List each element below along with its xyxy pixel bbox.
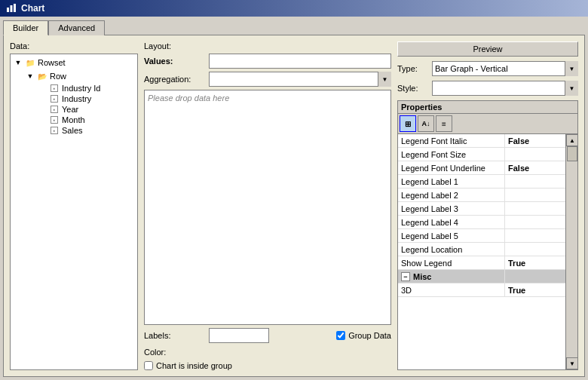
prop-tool-grid[interactable]: ⊞ — [400, 115, 416, 132]
prop-value-show-legend: True — [505, 256, 565, 269]
prop-row-3d: 3D True — [398, 283, 565, 297]
properties-title: Properties — [398, 101, 577, 114]
prop-row-legend-font-size: Legend Font Size — [398, 148, 565, 161]
type-select-wrapper: Bar Graph - Vertical Bar Graph - Horizon… — [432, 61, 578, 76]
prop-value-legend-label-1 — [505, 175, 565, 188]
tab-advanced[interactable]: Advanced — [48, 20, 105, 35]
tree-label-sales: Sales — [60, 126, 83, 135]
properties-scrollbar[interactable]: ▲ ▼ — [565, 134, 577, 369]
prop-name-legend-font-underline: Legend Font Underline — [398, 161, 505, 174]
prop-name-show-legend: Show Legend — [398, 256, 505, 269]
prop-name-legend-label-5: Legend Label 5 — [398, 229, 505, 242]
aggregation-row: Aggregation: Sum Count Average Min Max ▼ — [144, 72, 391, 87]
tree-item-industry[interactable]: ▪ Industry — [12, 93, 136, 104]
folder-icon: 📁 — [24, 57, 36, 69]
prop-value-legend-font-underline: False — [505, 161, 565, 174]
group-data-checkbox[interactable] — [336, 331, 345, 340]
drop-area[interactable]: Please drop data here — [144, 90, 391, 325]
prop-row-legend-label-3: Legend Label 3 — [398, 202, 565, 216]
tree-expander-rowset[interactable]: ▼ — [12, 57, 24, 69]
properties-group: Properties ⊞ A↓ ≡ Legend Font Italic — [397, 100, 578, 370]
scroll-down-button[interactable]: ▼ — [566, 357, 577, 369]
field-icon-year: ▪ — [51, 106, 58, 113]
style-select-wrapper: ▼ — [432, 81, 578, 96]
prop-tool-list[interactable]: ≡ — [436, 115, 452, 132]
tree-item-month[interactable]: ▪ Month — [12, 115, 136, 125]
tree-item-industryid[interactable]: ▪ Industry Id — [12, 83, 136, 93]
section-expand-misc[interactable]: − — [401, 272, 410, 281]
data-tree[interactable]: ▼ 📁 Rowset ▼ 📂 Row ▪ Industry Id — [10, 54, 138, 370]
prop-value-legend-label-5 — [505, 229, 565, 242]
tab-bar: Builder Advanced — [3, 20, 585, 35]
type-select[interactable]: Bar Graph - Vertical Bar Graph - Horizon… — [432, 61, 578, 76]
style-row: Style: ▼ — [397, 81, 578, 96]
prop-name-legend-location: Legend Location — [398, 243, 505, 256]
scroll-track — [566, 146, 577, 357]
prop-name-3d: 3D — [398, 283, 505, 296]
tree-item-sales[interactable]: ▪ Sales — [12, 125, 136, 136]
prop-name-legend-font-italic: Legend Font Italic — [398, 134, 505, 147]
prop-value-legend-font-italic: False — [505, 134, 565, 147]
prop-value-legend-location — [505, 243, 565, 256]
prop-row-show-legend: Show Legend True — [398, 256, 565, 270]
chart-inside-group-checkbox[interactable] — [144, 361, 153, 370]
middle-panel: Layout: Values: Aggregation: Sum Count A… — [144, 41, 391, 370]
prop-name-misc: − Misc — [398, 270, 505, 283]
style-select[interactable] — [432, 81, 578, 96]
chart-inside-group-row: Chart is inside group — [144, 361, 391, 370]
group-data-label: Group Data — [348, 331, 391, 340]
prop-row-legend-label-2: Legend Label 2 — [398, 188, 565, 202]
prop-tool-az[interactable]: A↓ — [418, 115, 434, 132]
values-input[interactable] — [209, 54, 391, 69]
window-title: Chart — [21, 3, 44, 14]
scroll-up-button[interactable]: ▲ — [566, 134, 577, 146]
type-label: Type: — [397, 64, 427, 73]
preview-button[interactable]: Preview — [397, 41, 578, 57]
prop-name-legend-font-size: Legend Font Size — [398, 148, 505, 161]
prop-name-legend-label-4: Legend Label 4 — [398, 216, 505, 228]
tree-expander-row[interactable]: ▼ — [24, 70, 36, 82]
data-section-label: Data: — [10, 41, 138, 51]
tab-builder[interactable]: Builder — [3, 20, 48, 35]
layout-label: Layout: — [144, 41, 204, 51]
values-label: Values: — [144, 57, 204, 66]
tree-label-year: Year — [60, 105, 78, 114]
tree-item-rowset[interactable]: ▼ 📁 Rowset — [12, 56, 136, 69]
aggregation-select[interactable]: Sum Count Average Min Max — [209, 72, 391, 87]
color-label: Color: — [144, 348, 204, 357]
field-icon-sales: ▪ — [51, 127, 58, 134]
title-bar: Chart — [0, 0, 588, 17]
properties-toolbar: ⊞ A↓ ≡ — [398, 114, 577, 134]
type-row: Type: Bar Graph - Vertical Bar Graph - H… — [397, 61, 578, 76]
labels-input[interactable] — [209, 328, 269, 343]
tree-label-industryid: Industry Id — [60, 84, 100, 93]
prop-row-legend-font-underline: Legend Font Underline False — [398, 161, 565, 175]
chart-inside-group-label: Chart is inside group — [156, 361, 232, 370]
prop-row-legend-label-5: Legend Label 5 — [398, 229, 565, 243]
prop-row-legend-label-1: Legend Label 1 — [398, 175, 565, 188]
tree-label-row: Row — [48, 72, 66, 81]
folder-icon-row: 📂 — [36, 70, 48, 82]
prop-value-misc — [505, 270, 565, 283]
field-icon-industry: ▪ — [51, 95, 58, 103]
tree-label-industry: Industry — [60, 94, 91, 103]
tab-content-builder: Data: ▼ 📁 Rowset ▼ 📂 Row ▪ I — [3, 35, 585, 377]
prop-value-3d: True — [505, 283, 565, 296]
color-row: Color: — [144, 348, 391, 357]
tree-item-year[interactable]: ▪ Year — [12, 104, 136, 115]
left-panel: Data: ▼ 📁 Rowset ▼ 📂 Row ▪ I — [10, 41, 138, 370]
tree-item-row[interactable]: ▼ 📂 Row — [12, 69, 136, 83]
prop-row-legend-location: Legend Location — [398, 243, 565, 256]
prop-name-legend-label-2: Legend Label 2 — [398, 188, 505, 201]
style-label: Style: — [397, 84, 427, 93]
group-data-wrapper: Group Data — [336, 331, 391, 340]
svg-rect-1 — [11, 5, 13, 12]
field-icon-industryid: ▪ — [51, 84, 58, 92]
scroll-thumb[interactable] — [567, 146, 577, 161]
chart-icon — [6, 2, 17, 15]
tree-label-rowset: Rowset — [36, 58, 66, 67]
right-panel: Preview Type: Bar Graph - Vertical Bar G… — [397, 41, 578, 370]
labels-row: Labels: Group Data — [144, 328, 391, 343]
aggregation-select-wrapper: Sum Count Average Min Max ▼ — [209, 72, 391, 87]
prop-name-legend-label-3: Legend Label 3 — [398, 202, 505, 215]
